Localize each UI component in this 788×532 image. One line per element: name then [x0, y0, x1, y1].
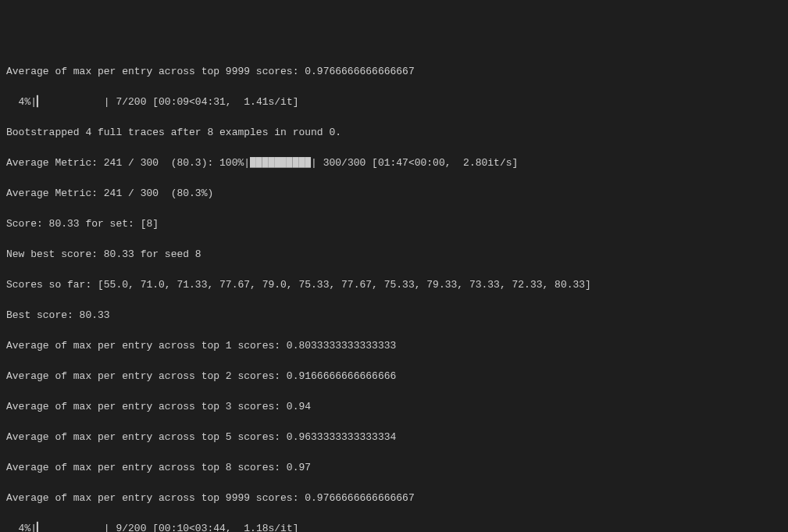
terminal-line: Average of max per entry across top 8 sc…	[6, 460, 782, 476]
terminal-line: Average of max per entry across top 3 sc…	[6, 399, 782, 415]
terminal-line: Average of max per entry across top 1 sc…	[6, 338, 782, 354]
terminal-line: New best score: 80.33 for seed 8	[6, 247, 782, 262]
terminal-line: Average of max per entry across top 2 sc…	[6, 369, 782, 384]
terminal-line: Average of max per entry across top 5 sc…	[6, 430, 782, 445]
terminal-line: Best score: 80.33	[6, 308, 782, 323]
progress-line: 4%|▎ | 9/200 [00:10<03:44, 1.18s/it]	[6, 521, 782, 532]
terminal-line: Bootstrapped 4 full traces after 8 examp…	[6, 125, 782, 141]
terminal-line: Scores so far: [55.0, 71.0, 71.33, 77.67…	[6, 277, 782, 293]
progress-bar-filled: ██████████	[250, 157, 311, 169]
terminal-line: Score: 80.33 for set: [8]	[6, 216, 782, 232]
terminal-line: Average of max per entry across top 9999…	[6, 491, 782, 506]
metric-suffix: | 300/300 [01:47<00:00, 2.80it/s]	[311, 157, 518, 169]
terminal-line: Average of max per entry across top 9999…	[6, 64, 782, 80]
metric-prefix: Average Metric: 241 / 300 (80.3): 100%|	[6, 157, 250, 169]
metric-progress-line: Average Metric: 241 / 300 (80.3): 100%|█…	[6, 155, 782, 171]
terminal-line: Average Metric: 241 / 300 (80.3%)	[6, 186, 782, 202]
progress-line: 4%|▎ | 7/200 [00:09<04:31, 1.41s/it]	[6, 95, 782, 110]
